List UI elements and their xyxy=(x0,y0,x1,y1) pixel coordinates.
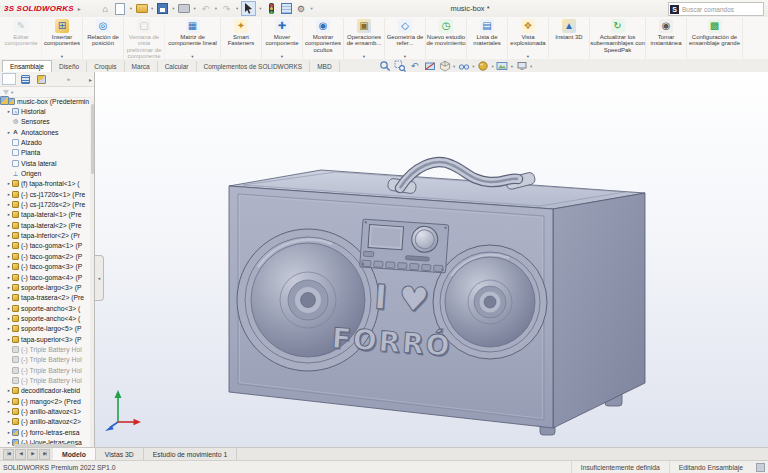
tree-item[interactable]: (-) Triple Battery Hol xyxy=(0,344,94,354)
rebuild-icon[interactable] xyxy=(265,2,278,15)
new-document-caret[interactable]: ▾ xyxy=(130,6,132,11)
panel-collapse-handle[interactable]: ◂ xyxy=(95,255,104,301)
command-tab[interactable]: Calcular xyxy=(158,61,197,72)
tree-item[interactable]: (-) Triple Battery Hol xyxy=(0,375,94,385)
print-icon[interactable] xyxy=(178,2,191,15)
display-style-icon[interactable] xyxy=(438,60,451,72)
open-icon[interactable] xyxy=(135,2,148,15)
tree-item[interactable]: Sensores xyxy=(0,117,94,127)
command-search-box[interactable]: S Buscar comandos xyxy=(668,2,764,16)
previous-view-icon[interactable]: ↶ xyxy=(408,60,421,72)
configuration-manager-tab[interactable] xyxy=(34,73,48,85)
tab-scroll-button[interactable]: ▶| xyxy=(39,449,50,460)
redo-caret[interactable]: ▾ xyxy=(236,6,238,11)
ribbon-button[interactable]: Relación de posición xyxy=(83,18,124,60)
edit-appearance-icon[interactable] xyxy=(477,60,490,72)
undo-icon[interactable]: ↶ xyxy=(199,2,212,15)
display-style-caret[interactable]: ▾ xyxy=(453,64,455,69)
ribbon-button[interactable]: Editar componente xyxy=(1,18,42,60)
tree-item[interactable]: ▸ Anotaciones xyxy=(0,127,94,137)
tree-item[interactable]: ▸ (-) forro-letras-ensa xyxy=(0,427,94,437)
redo-icon[interactable]: ↷ xyxy=(220,2,233,15)
more-tabs-icon[interactable]: » xyxy=(67,76,70,82)
tree-item[interactable]: ▸ (f) tapa-frontal<1> ( xyxy=(0,179,94,189)
tree-item[interactable]: Vista lateral xyxy=(0,158,94,168)
graphics-viewport[interactable]: I ♥ I ♥ FORRÓ FORRÓ xyxy=(95,72,768,448)
filter-funnel-icon[interactable] xyxy=(3,90,9,95)
tree-item[interactable]: ▸ (-) anillo-altavoz<1> xyxy=(0,406,94,416)
tree-item[interactable]: (-) Triple Battery Hol xyxy=(0,365,94,375)
zoom-to-area-icon[interactable] xyxy=(393,60,406,72)
options-caret[interactable]: ▾ xyxy=(311,6,313,11)
ribbon-button[interactable]: Mover componente ▾ xyxy=(262,18,303,60)
tree-horizontal-scrollbar[interactable] xyxy=(14,444,76,447)
open-caret[interactable]: ▾ xyxy=(151,6,153,11)
view-settings-caret[interactable]: ▾ xyxy=(530,64,532,69)
filter-caret[interactable]: ▾ xyxy=(11,90,13,95)
tree-item[interactable]: Origen xyxy=(0,168,94,178)
ribbon-button[interactable]: Matriz de componente lineal ▾ xyxy=(165,18,221,60)
status-tag-icon[interactable] xyxy=(756,463,765,472)
tree-item[interactable]: ▸ (-) mango<2> (Pred xyxy=(0,396,94,406)
tree-item[interactable]: ▸ soporte-largo<5> (P xyxy=(0,324,94,334)
property-manager-tab[interactable] xyxy=(18,73,32,85)
select-caret[interactable]: ▾ xyxy=(259,6,261,11)
ribbon-button[interactable]: Configuración de ensamblaje grande xyxy=(687,18,743,60)
ribbon-button[interactable]: Insertar componentes ▾ xyxy=(42,18,83,60)
tree-item[interactable]: Alzado xyxy=(0,137,94,147)
ribbon-button[interactable]: Actualizar los subensamblajes con SpeedP… xyxy=(590,18,646,60)
ribbon-button[interactable]: Mostrar componentes ocultos xyxy=(303,18,344,60)
hide-show-caret[interactable]: ▾ xyxy=(472,64,474,69)
view-settings-icon[interactable] xyxy=(515,60,528,72)
options-icon[interactable]: ⚙ xyxy=(295,2,308,15)
ribbon-button[interactable]: Tomar instantánea xyxy=(646,18,687,60)
tree-item[interactable]: ▸ (-) taco-goma<1> (P xyxy=(0,241,94,251)
save-caret[interactable]: ▾ xyxy=(172,6,174,11)
tree-item[interactable]: ▸ tapa-inferior<2> (Pr xyxy=(0,230,94,240)
ribbon-button[interactable]: Smart Fasteners xyxy=(221,18,262,60)
tree-item[interactable]: ▸ tapa-lateral<1> (Pre xyxy=(0,210,94,220)
section-view-icon[interactable] xyxy=(423,60,436,72)
command-tab[interactable]: MBD xyxy=(310,61,339,72)
ribbon-button[interactable]: Operaciones de ensamb... ▾ xyxy=(344,18,385,60)
command-tab[interactable]: Complementos de SOLIDWORKS xyxy=(197,61,311,72)
tab-scroll-button[interactable]: ◀ xyxy=(15,449,26,460)
tree-item[interactable]: Planta xyxy=(0,148,94,158)
new-document-icon[interactable] xyxy=(114,2,127,15)
tree-item[interactable]: ▸ soporte-ancho<3> ( xyxy=(0,303,94,313)
tree-item[interactable]: ▸ decodificador-kebid xyxy=(0,386,94,396)
select-tool-icon[interactable] xyxy=(241,1,256,16)
edit-appearance-caret[interactable]: ▾ xyxy=(492,64,494,69)
command-tab[interactable]: Ensamblaje xyxy=(2,60,52,72)
ribbon-button[interactable]: Ventana de vista preliminar de component… xyxy=(124,18,165,60)
feature-tree-tab[interactable] xyxy=(2,73,16,85)
tab-scroll-button[interactable]: |◀ xyxy=(3,449,14,460)
model-canvas[interactable]: I ♥ I ♥ FORRÓ FORRÓ xyxy=(100,72,768,448)
apply-scene-caret[interactable]: ▾ xyxy=(511,64,513,69)
tree-item[interactable]: ▸ (-) taco-goma<4> (P xyxy=(0,272,94,282)
apply-scene-icon[interactable] xyxy=(496,60,509,72)
display-settings-icon[interactable] xyxy=(280,2,293,15)
tree-item[interactable]: ▸ (-) cs-j1720s<2> (Pre xyxy=(0,199,94,209)
undo-caret[interactable]: ▾ xyxy=(215,6,217,11)
tree-item[interactable]: music-box (Predetermin xyxy=(0,96,94,106)
tree-item[interactable]: ▸ (-) taco-goma<3> (P xyxy=(0,262,94,272)
save-icon[interactable] xyxy=(156,2,169,15)
command-tab[interactable]: Croquis xyxy=(87,61,124,72)
tree-item[interactable]: ▸ tapa-superior<3> (P xyxy=(0,334,94,344)
tree-item[interactable]: (-) Triple Battery Hol xyxy=(0,355,94,365)
tree-scrollbar-thumb[interactable] xyxy=(91,104,94,174)
print-caret[interactable]: ▾ xyxy=(194,6,196,11)
home-icon[interactable]: ⌂ xyxy=(99,2,112,15)
tree-item[interactable]: ▸ soporte-ancho<4> ( xyxy=(0,313,94,323)
ribbon-button[interactable]: Instant 3D xyxy=(549,18,590,60)
tree-item[interactable]: ▸ Historial xyxy=(0,106,94,116)
panel-expand-icon[interactable]: ▸ xyxy=(89,76,92,83)
tree-item[interactable]: ▸ tapa-lateral<2> (Pre xyxy=(0,220,94,230)
tree-item[interactable]: ▸ soporte-largo<3> (P xyxy=(0,282,94,292)
ribbon-button[interactable]: Lista de materiales xyxy=(467,18,508,60)
ribbon-button[interactable]: Geometría de refer... ▾ xyxy=(385,18,426,60)
hide-show-items-icon[interactable] xyxy=(457,60,470,72)
command-tab[interactable]: Diseño xyxy=(52,61,87,72)
ribbon-button[interactable]: Vista explosionada ▾ xyxy=(508,18,549,60)
